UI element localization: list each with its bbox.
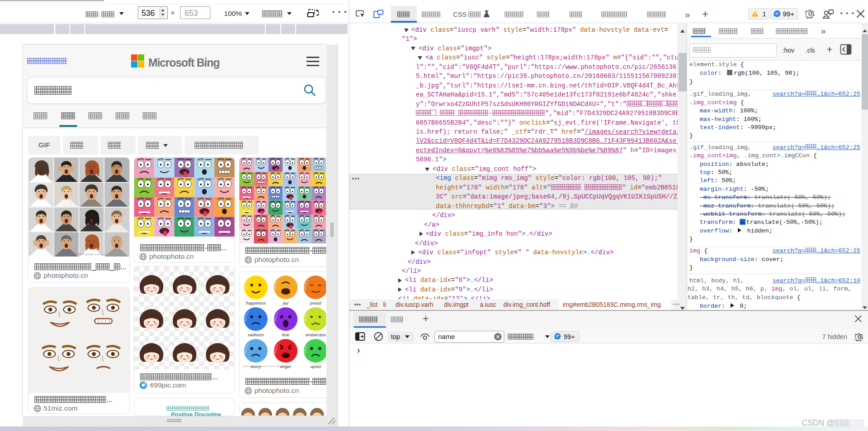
svg-text:embarrass: embarrass: [306, 332, 326, 337]
svg-text:BBBT pohqbx q w somethmmos: BBBT pohqbx q w somethmmos: [77, 253, 116, 256]
svg-text:@2013 photophoto.cn ALL RIGHT: @2013 photophoto.cn ALL RIGHT: [243, 365, 285, 368]
svg-text:fear: fear: [282, 332, 290, 337]
svg-text:joy: joy: [282, 300, 289, 305]
svg-text:upset: upset: [311, 364, 322, 369]
svg-text:proud: proud: [310, 300, 322, 305]
svg-text:happiness: happiness: [246, 300, 266, 305]
svg-text:sadness: sadness: [248, 332, 264, 337]
